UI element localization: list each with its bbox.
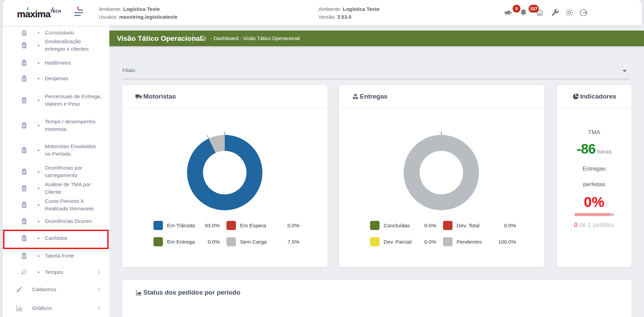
sidebar-item-cadastros[interactable]: Cadastros <box>3 283 109 296</box>
sidebar-item-percentuais[interactable]: Percentuais de Entrega, Valores e Peso <box>3 88 109 112</box>
entregas-card: Entregas Concluídas 0.0% Dev. Total 0.0% <box>339 85 544 267</box>
area-chart-icon <box>135 289 143 296</box>
entregas-perfeitas-percent: 0% <box>557 194 631 210</box>
megaphone-badge[interactable]: 0 <box>513 5 520 13</box>
main-content: Visão Tático Operacional - Dashboard - V… <box>109 25 644 317</box>
status-pedidos-card: Status dos pedidos por período <box>122 280 631 317</box>
donut-tick <box>207 135 209 139</box>
motoristas-card-title: Motoristas <box>135 93 176 100</box>
indicadores-card: Indicadores TMA -86horas Entregas perfei… <box>557 85 631 267</box>
ambiente-value: Logística Teste <box>123 6 160 12</box>
indicadores-card-title: Indicadores <box>572 93 617 100</box>
bullet-dot <box>38 255 39 257</box>
bullet-dot <box>38 237 39 239</box>
logout-icon[interactable] <box>579 8 588 17</box>
sidebar-item-motoristas-envolvidos[interactable]: Motoristas Envolvidos no Período <box>3 138 109 162</box>
legend-swatch <box>153 221 163 230</box>
logo-tick-green <box>27 7 28 10</box>
logo-text: maxima <box>17 9 50 19</box>
donut-tick <box>441 131 442 135</box>
clipboard-icon <box>20 122 28 129</box>
legend-item-sem-carga[interactable]: Sem Carga 7.0% <box>226 237 299 246</box>
progressbar-tip <box>610 213 614 216</box>
sidebar-item-custo-previsto[interactable]: Custo Previsto X Realizado Romaneio <box>3 196 109 213</box>
breadcrumb-home-icon[interactable] <box>200 35 207 42</box>
sidebar-item-graficos[interactable]: Gráficos <box>3 301 109 315</box>
gear-icon[interactable] <box>565 8 574 17</box>
sidebar-item-despesas[interactable]: Despesas <box>3 72 109 85</box>
filiais-label: Filiais <box>122 67 135 73</box>
legend-item-concluidas[interactable]: Concluídas 0.0% <box>370 221 436 230</box>
clipboard-icon <box>20 217 28 225</box>
usuario-value: maxstring.logisticateste <box>119 14 178 20</box>
bullet-dot <box>38 100 39 101</box>
top-header: maximatech Ambiente: Logística Teste Usu… <box>3 0 642 25</box>
sidebar-item-hodometro[interactable]: Hodômetro <box>3 56 109 70</box>
clipboard-icon <box>20 29 28 36</box>
clipboard-icon <box>20 75 28 82</box>
chevron-right-icon <box>96 287 102 292</box>
sidebar-item-analise-tma[interactable]: Análise de TMA por Cliente <box>3 180 109 197</box>
bullet-dot <box>38 62 39 64</box>
legend-item-em-transito[interactable]: Em Trânsito 93.0% <box>153 221 220 230</box>
sidebar-item-ocorrencias-carregamento[interactable]: Ocorrências por carregamento <box>3 163 109 180</box>
versao-label: Versão: <box>318 14 336 20</box>
indicadores-card-header: Indicadores <box>557 85 631 108</box>
entregas-perfeitas-progressbar <box>574 213 614 216</box>
clipboard-icon <box>20 201 28 209</box>
wrench-icon[interactable] <box>551 8 559 17</box>
motoristas-card: Motoristas Em Trânsito 93.0% Em Espera 0… <box>122 85 328 267</box>
bullet-dot <box>38 32 39 34</box>
sidebar-item-canhotos[interactable]: Canhotos <box>3 231 109 245</box>
legend-item-pendentes[interactable]: Pendentes 100.0% <box>443 237 516 246</box>
select-underline <box>122 79 629 79</box>
entregas-legend: Concluídas 0.0% Dev. Total 0.0% Dev. Par… <box>370 221 516 246</box>
sidebar-item-tempo-desempenho[interactable]: Tempo / desempenho motorista <box>3 113 109 138</box>
clipboard-icon <box>20 59 28 67</box>
caret-down-icon[interactable] <box>623 70 627 72</box>
bullet-dot <box>38 221 39 222</box>
breadcrumb: - Dashboard - Visão Tático Operacional <box>210 35 300 41</box>
bell-icon[interactable] <box>519 8 528 17</box>
entregas-perfeitas-line1: Entregas <box>557 165 631 172</box>
pie-icon <box>572 93 579 100</box>
sidebar-item-ocorrencias-ocoren[interactable]: Ocorrências Ocoren <box>3 214 109 228</box>
sidebar-item-tabela-frete[interactable]: Tabela Frete <box>3 249 109 263</box>
legend-item-em-entrega[interactable]: Em Entrega 0.0% <box>153 237 220 246</box>
clipboard-icon <box>20 96 28 104</box>
legend-item-em-espera[interactable]: Em Espera 0.0% <box>226 221 299 230</box>
ambiente-value: Logística Teste <box>343 6 380 12</box>
indicadores-body: TMA -86horas Entregas perfeitas 0% 0 de … <box>557 108 631 267</box>
bullet-dot <box>38 188 39 189</box>
bullet-dot <box>38 204 39 206</box>
filiais-select[interactable]: Filiais <box>122 67 629 79</box>
usuario-label: Usuário: <box>99 14 118 20</box>
legend-item-dev-total[interactable]: Dev. Total 0.0% <box>443 221 516 230</box>
motoristas-card-header: Motoristas <box>122 85 328 108</box>
sidebar-item-tempos[interactable]: Tempos <box>3 265 109 279</box>
logo-tick-pink <box>77 6 78 10</box>
megaphone-icon[interactable] <box>503 8 512 17</box>
pedidos-footer: 0 de 1 pedidos <box>557 222 631 229</box>
truck-icon <box>135 93 143 100</box>
status-card-title: Status dos pedidos por período <box>135 289 240 296</box>
ambiente-label: Ambiente: <box>99 6 122 12</box>
sidebar-item-geolocalizacao[interactable]: Geolocalização entregas x clientes <box>3 37 109 54</box>
environment-info-right: Ambiente: Logística Teste Versão: 3.53.0 <box>318 5 380 21</box>
motoristas-donut-chart[interactable] <box>187 135 262 210</box>
clipboard-icon <box>20 184 28 192</box>
donut-hole <box>420 151 463 194</box>
clipboard-icon <box>20 234 28 242</box>
tma-label: TMA <box>557 129 631 136</box>
chevron-right-icon <box>96 269 102 275</box>
page-title: Visão Tático Operacional <box>117 34 202 42</box>
legend-item-dev-parcial[interactable]: Dev. Parcial 0.0% <box>370 237 436 246</box>
ambiente-label: Ambiente: <box>318 6 342 12</box>
entregas-card-header: Entregas <box>339 85 544 108</box>
bell-badge[interactable]: 157 <box>529 5 539 13</box>
legend-swatch <box>443 237 453 246</box>
entregas-donut-chart[interactable] <box>404 135 479 210</box>
bullet-dot <box>38 125 39 126</box>
menu-toggle-icon[interactable] <box>74 10 83 16</box>
donut-tick <box>224 131 225 135</box>
